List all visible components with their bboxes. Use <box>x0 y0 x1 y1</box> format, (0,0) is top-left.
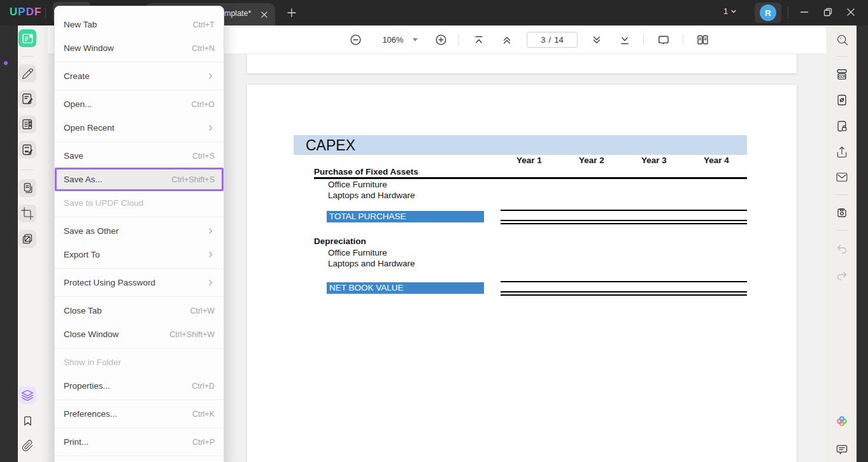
convert-document-icon-button[interactable] <box>833 91 851 109</box>
crop-pages-icon <box>21 207 34 220</box>
menu-item-properties[interactable]: Properties...Ctrl+D <box>55 374 224 398</box>
go-first-page-icon[interactable] <box>473 25 485 54</box>
titlebar-divider <box>788 7 788 18</box>
menu-item-save-as[interactable]: Save As...Ctrl+Shift+S <box>55 168 224 191</box>
tab-close-icon[interactable] <box>257 8 271 22</box>
menu-item-label: Properties... <box>64 381 192 391</box>
page-number-input[interactable]: 3 / 14 <box>527 32 578 48</box>
tab-count-value: 1 <box>723 6 728 16</box>
heading-rule <box>314 177 747 179</box>
menu-divider <box>55 90 224 90</box>
submenu-chevron-right-icon <box>206 227 215 235</box>
menu-item-label: Preferences... <box>64 409 192 419</box>
account-button[interactable]: R <box>755 3 781 23</box>
menu-item-open-recent[interactable]: Open Recent <box>55 116 224 140</box>
menu-item-label: Save As... <box>64 175 172 184</box>
paperclip-icon-button[interactable] <box>18 437 36 454</box>
document-tab-title: mplate* <box>224 9 251 18</box>
page-copy-icon-button[interactable] <box>18 179 36 197</box>
sidebar-divider <box>836 230 848 231</box>
edit-document-icon-button[interactable] <box>18 90 36 108</box>
menu-item-create[interactable]: Create <box>55 64 224 88</box>
reader-mode-icon-button[interactable] <box>18 29 36 47</box>
menu-item-save-as-other[interactable]: Save as Other <box>55 219 224 243</box>
fill-sign-icon <box>21 143 34 156</box>
redo-icon-button <box>833 266 851 284</box>
zoom-in-icon[interactable] <box>434 25 448 54</box>
menu-item-close-window[interactable]: Close WindowCtrl+Shift+W <box>55 322 224 346</box>
menu-divider <box>55 348 224 349</box>
menu-item-print[interactable]: Print...Ctrl+P <box>55 430 224 454</box>
menu-item-preferences[interactable]: Preferences...Ctrl+K <box>55 402 224 426</box>
year-2-header: Year 2 <box>560 155 623 165</box>
menu-item-new-window[interactable]: New WindowCtrl+N <box>55 36 224 60</box>
window-edge-left <box>0 25 18 462</box>
save-icon <box>836 206 848 219</box>
year-3-header: Year 3 <box>623 155 685 165</box>
chevron-down-icon <box>730 8 737 15</box>
menu-item-label: Print... <box>64 437 192 447</box>
pdf-page: CAPEX Year 1 Year 2 Year 3 Year 4 Purcha… <box>247 85 797 462</box>
submenu-chevron-right-icon <box>206 72 215 80</box>
menu-item-quit-updf[interactable]: Quit UPDFCtrl+Q <box>55 458 224 462</box>
menu-item-shortcut: Ctrl+K <box>192 410 215 419</box>
tab-count-dropdown[interactable]: 1 <box>723 6 737 16</box>
toolbar-divider <box>459 34 459 45</box>
subtotal-rule <box>501 210 747 211</box>
snapshot-icon-button[interactable] <box>18 230 36 248</box>
fill-sign-icon-button[interactable] <box>18 141 36 159</box>
total-purchase-bar: TOTAL PURCHASE <box>327 211 484 222</box>
zoom-out-icon[interactable] <box>348 25 362 54</box>
menu-item-shortcut: Ctrl+N <box>192 44 215 53</box>
annotate-pen-icon <box>22 68 34 80</box>
menu-item-label: Open Recent <box>64 123 206 133</box>
restore-window-icon[interactable] <box>818 2 837 22</box>
capex-title: CAPEX <box>306 137 355 154</box>
menu-divider <box>55 296 224 297</box>
ocr-icon-button[interactable]: OCR <box>833 66 851 83</box>
menu-item-label: Save to UPDF Cloud <box>64 198 215 208</box>
zoom-level-value[interactable]: 106% <box>381 25 405 54</box>
menu-item-save[interactable]: SaveCtrl+S <box>55 144 224 168</box>
menu-item-open[interactable]: Open...Ctrl+O <box>55 92 224 116</box>
page-separator: / <box>549 35 551 45</box>
paperclip-icon <box>22 440 34 452</box>
close-window-icon[interactable] <box>841 2 860 22</box>
menu-item-label: Protect Using Password <box>64 278 206 287</box>
ai-assistant-icon-button[interactable] <box>833 412 851 430</box>
new-tab-plus-icon[interactable] <box>284 5 299 20</box>
redo-icon <box>836 269 848 282</box>
crop-pages-icon-button[interactable] <box>18 205 36 222</box>
annotate-pen-icon-button[interactable] <box>18 64 36 82</box>
svg-text:OCR: OCR <box>839 75 846 78</box>
minimize-icon[interactable] <box>795 2 814 22</box>
menu-item-protect-using-password[interactable]: Protect Using Password <box>55 271 224 294</box>
menu-item-new-tab[interactable]: New TabCtrl+T <box>55 13 224 36</box>
feedback-icon-button[interactable] <box>833 440 851 458</box>
section-heading: Purchase of Fixed Assets <box>314 167 418 177</box>
menu-item-show-in-folder: Show in Folder <box>55 350 224 374</box>
bookmark-icon <box>22 415 34 427</box>
zoom-dropdown-caret[interactable] <box>411 25 420 54</box>
slideshow-icon[interactable] <box>657 25 671 54</box>
go-last-page-icon[interactable] <box>618 25 631 54</box>
titlebar-divider <box>45 7 46 18</box>
mail-icon-button[interactable] <box>833 168 851 186</box>
menu-item-close-tab[interactable]: Close TabCtrl+W <box>55 299 224 322</box>
organize-pages-icon-button[interactable] <box>18 115 36 133</box>
net-book-value-bar: NET BOOK VALUE <box>327 282 484 294</box>
menu-item-label: Open... <box>64 99 192 109</box>
search-icon-button[interactable] <box>833 31 851 48</box>
menu-item-export-to[interactable]: Export To <box>55 243 224 266</box>
menu-item-shortcut: Ctrl+W <box>190 307 215 315</box>
share-icon-button[interactable] <box>833 143 851 161</box>
next-page-icon[interactable] <box>590 25 603 54</box>
toolbar-divider <box>643 34 644 45</box>
save-icon-button[interactable] <box>833 204 851 222</box>
protect-document-icon-button[interactable] <box>833 117 851 135</box>
toolbar-divider <box>683 34 683 45</box>
layers-icon-button[interactable] <box>18 386 36 404</box>
two-page-view-icon[interactable] <box>695 25 709 54</box>
previous-page-icon[interactable] <box>501 25 513 54</box>
bookmark-icon-button[interactable] <box>18 412 36 430</box>
